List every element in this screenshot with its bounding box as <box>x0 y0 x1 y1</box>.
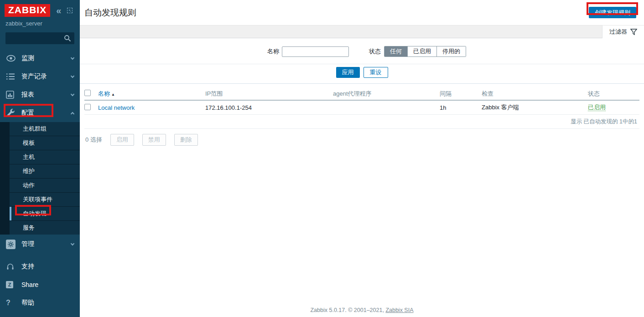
sidebar-item-label: 资产记录 <box>21 72 71 81</box>
chevron-down-icon <box>71 74 74 77</box>
discovery-rules-table: 名称▲ IP范围 agent代理程序 间隔 检查 状态 Local networ… <box>84 87 639 129</box>
sidebar-search-input[interactable] <box>5 32 74 44</box>
sidebar: ZABBIX « ↖ zabbix_server 监测 资产记录 报表 <box>0 0 80 317</box>
filter-tab[interactable]: 过滤器 <box>602 26 644 38</box>
sidebar-item-label: 帮助 <box>21 299 74 307</box>
chevron-down-icon <box>71 92 74 96</box>
headset-icon <box>6 262 18 271</box>
funnel-icon <box>630 29 637 35</box>
list-icon <box>6 73 18 80</box>
rule-name-link[interactable]: Local network <box>98 104 135 111</box>
logo-row: ZABBIX « ↖ <box>0 0 80 17</box>
pin-sidebar-icon[interactable]: ↖ <box>67 8 73 13</box>
name-filter-input[interactable] <box>282 46 349 57</box>
submenu-item-actions[interactable]: 动作 <box>10 179 80 192</box>
sidebar-item-configuration[interactable]: 配置 <box>0 104 80 122</box>
sidebar-item-administration[interactable]: 管理 <box>0 235 80 253</box>
name-filter-label: 名称 <box>267 47 279 56</box>
column-header-agent-proxy: agent代理程序 <box>333 90 440 98</box>
row-checkbox[interactable] <box>84 104 91 110</box>
sidebar-item-monitoring[interactable]: 监测 <box>0 49 80 67</box>
table-header-row: 名称▲ IP范围 agent代理程序 间隔 检查 状态 <box>84 87 639 101</box>
submenu-item-discovery[interactable]: 自动发现 <box>10 207 80 220</box>
footer-zabbix-sia-link[interactable]: Zabbix SIA <box>385 307 413 313</box>
sidebar-item-label: 支持 <box>21 262 74 271</box>
search-icon <box>64 35 71 42</box>
mass-action-bar: 0 选择 启用 禁用 删除 <box>85 134 639 146</box>
page-title: 自动发现规则 <box>84 7 136 19</box>
zabbix-share-icon: Z <box>6 281 18 288</box>
server-name: zabbix_server <box>5 20 80 27</box>
reset-button[interactable]: 重设 <box>364 67 388 78</box>
submenu-item-services[interactable]: 服务 <box>10 221 80 235</box>
question-mark-icon: ? <box>6 299 18 307</box>
gear-icon <box>6 240 18 249</box>
collapse-sidebar-icon[interactable]: « <box>56 6 61 15</box>
table-row: Local network 172.16.100.1-254 1h Zabbix… <box>84 101 639 115</box>
main-content: 自动发现规则 创建发现规则 过滤器 名称 状态 任何 已启用 停用的 应用 重设 <box>80 0 644 317</box>
column-header-checks: 检查 <box>482 90 588 98</box>
delete-button[interactable]: 删除 <box>174 134 198 146</box>
submenu-item-templates[interactable]: 模板 <box>10 136 80 150</box>
submenu-item-maintenance[interactable]: 维护 <box>10 164 80 178</box>
status-segmented-control: 任何 已启用 停用的 <box>384 46 466 57</box>
configuration-submenu: 主机群组 模板 主机 维护 动作 关联项事件 自动发现 服务 <box>0 122 80 235</box>
chevron-up-icon <box>71 112 74 116</box>
sidebar-item-label: 配置 <box>21 109 71 117</box>
bar-chart-icon <box>6 91 18 99</box>
sidebar-item-label: 管理 <box>21 240 71 248</box>
column-header-ip-range: IP范围 <box>205 90 333 98</box>
footer-version-text: Zabbix 5.0.17. © 2001–2021, <box>310 307 385 313</box>
chevron-down-icon <box>71 241 74 245</box>
column-header-interval: 间隔 <box>440 90 482 98</box>
apply-button[interactable]: 应用 <box>336 67 360 78</box>
checks-cell: Zabbix 客户端 <box>482 103 588 112</box>
sort-asc-icon: ▲ <box>111 92 115 97</box>
select-all-cell <box>84 90 98 97</box>
page-footer: Zabbix 5.0.17. © 2001–2021, Zabbix SIA <box>80 307 644 313</box>
eye-icon <box>6 55 18 62</box>
sidebar-item-label: 报表 <box>21 91 71 99</box>
filter-divider <box>80 64 644 64</box>
filter-tab-label: 过滤器 <box>609 28 627 36</box>
sidebar-nav: 监测 资产记录 报表 配置 主机群组 模板 主机 <box>0 49 80 253</box>
submenu-item-host-groups[interactable]: 主机群组 <box>10 122 80 136</box>
sidebar-item-label: Share <box>21 281 74 288</box>
chevron-down-icon <box>71 56 74 59</box>
sidebar-item-share[interactable]: Z Share <box>0 276 80 294</box>
page-header: 自动发现规则 创建发现规则 <box>80 0 644 25</box>
column-header-name[interactable]: 名称▲ <box>98 90 205 98</box>
column-header-status: 状态 <box>588 90 639 98</box>
interval-cell: 1h <box>440 104 482 111</box>
wrench-icon <box>6 108 18 118</box>
disable-button[interactable]: 禁用 <box>142 134 166 146</box>
enable-button[interactable]: 启用 <box>110 134 134 146</box>
status-filter-label: 状态 <box>369 47 381 56</box>
sidebar-item-reports[interactable]: 报表 <box>0 86 80 104</box>
filter-panel: 名称 状态 任何 已启用 停用的 应用 重设 <box>80 38 644 84</box>
sidebar-item-inventory[interactable]: 资产记录 <box>0 67 80 86</box>
sidebar-item-help[interactable]: ? 帮助 <box>0 294 80 312</box>
status-option-enabled[interactable]: 已启用 <box>407 46 436 56</box>
row-checkbox-cell <box>84 104 98 112</box>
submenu-item-event-correlation[interactable]: 关联项事件 <box>10 193 80 206</box>
zabbix-logo[interactable]: ZABBIX <box>5 4 50 17</box>
sidebar-bottom: 支持 Z Share ? 帮助 <box>0 257 80 312</box>
create-discovery-rule-button[interactable]: 创建发现规则 <box>589 7 636 18</box>
table-summary: 显示 已自动发现的 1中的1 <box>84 115 639 129</box>
sidebar-item-label: 监测 <box>21 54 71 62</box>
ip-range-cell: 172.16.100.1-254 <box>205 104 333 111</box>
status-option-disabled[interactable]: 停用的 <box>436 46 466 56</box>
submenu-item-hosts[interactable]: 主机 <box>10 150 80 164</box>
status-option-any[interactable]: 任何 <box>384 46 407 56</box>
filter-tab-strip: 过滤器 <box>80 25 644 38</box>
sidebar-item-support[interactable]: 支持 <box>0 257 80 276</box>
select-all-checkbox[interactable] <box>84 90 91 96</box>
selected-count: 0 选择 <box>85 136 102 144</box>
status-enabled-link[interactable]: 已启用 <box>588 104 606 111</box>
